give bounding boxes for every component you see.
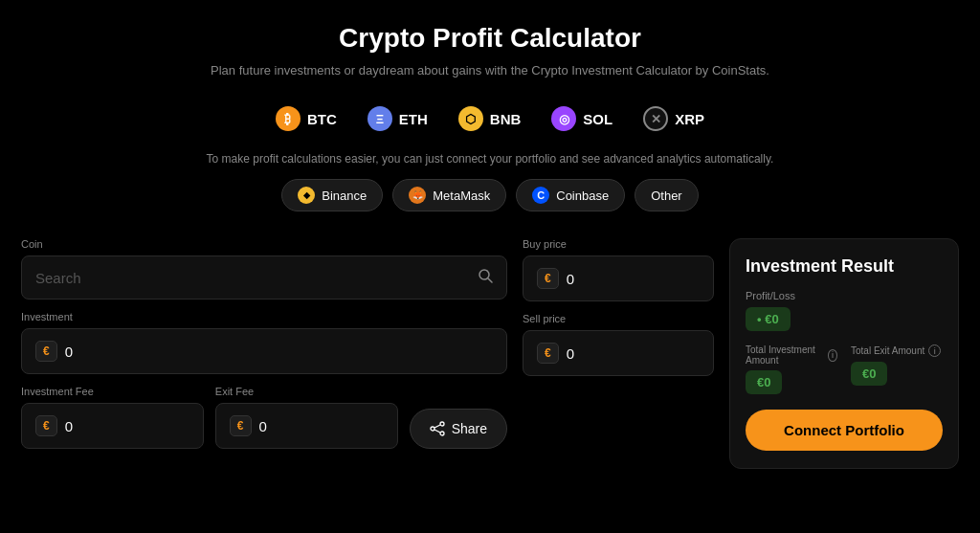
- investment-field: €: [21, 328, 507, 374]
- connect-portfolio-label: Connect Portfolio: [784, 422, 904, 438]
- sell-price-field: €: [523, 330, 714, 376]
- investment-fee-label: Investment Fee: [21, 386, 204, 397]
- total-investment-value: €0: [746, 370, 782, 394]
- svg-line-5: [434, 425, 440, 428]
- connect-portfolio-button[interactable]: Connect Portfolio: [746, 410, 943, 451]
- middle-section: Buy price € Sell price €: [523, 238, 714, 469]
- tab-other-label: Other: [651, 189, 682, 203]
- sell-price-currency: €: [537, 343, 559, 364]
- sol-icon: ◎: [551, 106, 576, 131]
- tab-eth[interactable]: Ξ ETH: [366, 100, 430, 137]
- buy-price-input[interactable]: [567, 271, 700, 287]
- tab-bnb[interactable]: ⬡ BNB: [457, 100, 523, 137]
- investment-fee-group: Investment Fee €: [21, 386, 204, 449]
- coin-label: Coin: [21, 238, 507, 250]
- svg-point-4: [440, 432, 444, 435]
- result-title: Investment Result: [746, 256, 943, 277]
- tab-coinbase-label: Coinbase: [556, 189, 609, 203]
- total-investment-label: Total Investment Amount i: [746, 344, 837, 366]
- svg-line-6: [434, 430, 440, 433]
- tab-xrp[interactable]: ✕ XRP: [641, 100, 706, 137]
- result-card: Investment Result Profit/Loss • €0 Total…: [729, 238, 959, 469]
- right-section: Investment Result Profit/Loss • €0 Total…: [729, 238, 959, 469]
- inv-fee-currency: €: [35, 415, 57, 436]
- search-input[interactable]: [35, 270, 470, 286]
- eth-icon: Ξ: [368, 106, 392, 131]
- tab-sol-label: SOL: [583, 111, 612, 127]
- exchange-tabs: ◆ Binance 🦊 MetaMask C Coinbase Other: [281, 179, 698, 211]
- tab-btc[interactable]: ₿ BTC: [274, 100, 339, 137]
- connect-text: To make profit calculations easier, you …: [207, 152, 774, 166]
- binance-icon: ◆: [298, 187, 315, 204]
- tab-sol[interactable]: ◎ SOL: [549, 100, 614, 137]
- coin-search-field: [21, 255, 507, 300]
- calculator-area: Coin Investment €: [21, 238, 959, 469]
- tab-other[interactable]: Other: [635, 179, 699, 211]
- page-title: Crypto Profit Calculator: [339, 23, 641, 54]
- total-exit-value: €0: [851, 362, 887, 386]
- exit-fee-currency: €: [230, 415, 252, 436]
- coin-group: Coin: [21, 238, 507, 300]
- buy-price-field: €: [523, 255, 714, 301]
- investment-fee-input[interactable]: [65, 418, 189, 434]
- sell-price-label: Sell price: [523, 313, 714, 324]
- page-container: Crypto Profit Calculator Plan future inv…: [0, 0, 980, 533]
- buy-price-group: Buy price €: [523, 238, 714, 301]
- tab-binance[interactable]: ◆ Binance: [281, 179, 383, 211]
- tab-metamask[interactable]: 🦊 MetaMask: [392, 179, 506, 211]
- bnb-icon: ⬡: [458, 106, 483, 131]
- profit-loss-value: • €0: [746, 307, 791, 331]
- exit-fee-label: Exit Fee: [215, 386, 398, 397]
- exit-fee-field: €: [215, 403, 398, 449]
- search-icon: [478, 268, 493, 287]
- total-exit-col: Total Exit Amount i €0: [851, 344, 943, 394]
- investment-label: Investment: [21, 311, 507, 322]
- investment-input[interactable]: [65, 344, 493, 360]
- tab-metamask-label: MetaMask: [433, 189, 490, 203]
- exit-fee-input[interactable]: [259, 418, 384, 434]
- page-subtitle: Plan future investments or daydream abou…: [211, 63, 769, 78]
- svg-point-3: [431, 427, 434, 431]
- buy-price-currency: €: [537, 268, 559, 289]
- total-investment-col: Total Investment Amount i €0: [746, 344, 837, 394]
- investment-currency: €: [35, 341, 57, 362]
- svg-line-1: [488, 278, 492, 282]
- tab-coinbase[interactable]: C Coinbase: [516, 179, 625, 211]
- total-exit-label: Total Exit Amount i: [851, 344, 943, 357]
- share-button[interactable]: Share: [410, 409, 507, 449]
- xrp-icon: ✕: [643, 106, 668, 131]
- share-icon: [430, 421, 445, 436]
- tab-btc-label: BTC: [307, 111, 337, 127]
- btc-icon: ₿: [276, 106, 301, 131]
- tab-binance-label: Binance: [322, 189, 367, 203]
- investment-fee-field: €: [21, 403, 204, 449]
- crypto-tabs: ₿ BTC Ξ ETH ⬡ BNB ◎ SOL ✕ XRP: [274, 100, 706, 137]
- tab-bnb-label: BNB: [490, 111, 522, 127]
- profit-loss-label: Profit/Loss: [746, 290, 943, 301]
- share-label: Share: [452, 421, 487, 436]
- buy-price-label: Buy price: [523, 238, 714, 250]
- left-section: Coin Investment €: [21, 238, 507, 469]
- exit-fee-group: Exit Fee €: [215, 386, 398, 449]
- tab-xrp-label: XRP: [675, 111, 704, 127]
- total-exit-info-icon: i: [928, 344, 941, 357]
- coinbase-icon: C: [532, 187, 549, 204]
- sell-price-group: Sell price €: [523, 313, 714, 376]
- tab-eth-label: ETH: [399, 111, 428, 127]
- sell-price-input[interactable]: [567, 345, 700, 362]
- investment-group: Investment €: [21, 311, 507, 374]
- total-investment-info-icon: i: [828, 349, 837, 362]
- bottom-row: Investment Fee € Exit Fee €: [21, 386, 507, 460]
- metamask-icon: 🦊: [409, 187, 426, 204]
- svg-point-2: [440, 422, 444, 426]
- amounts-row: Total Investment Amount i €0 Total Exit …: [746, 344, 943, 394]
